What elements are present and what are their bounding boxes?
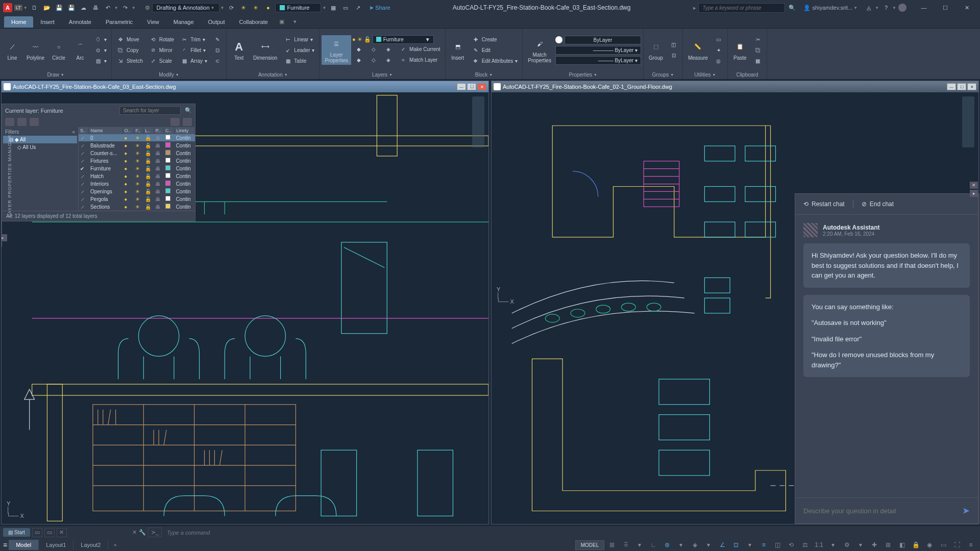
filter-node-all-used[interactable]: ◇ All Us: [3, 143, 77, 151]
iso-toggle-icon[interactable]: ◈: [689, 540, 701, 550]
otrack-toggle-icon[interactable]: ⊡: [730, 540, 742, 550]
qat-sun2-icon[interactable]: ☀: [251, 3, 261, 13]
layer-row[interactable]: ⟋Openings●☀🔓🖶Contin: [79, 188, 195, 195]
restart-chat-button[interactable]: ⟲Restart chat: [803, 201, 845, 208]
qat-saveas-icon[interactable]: 💾: [66, 3, 77, 13]
layer-bulb-icon[interactable]: ●: [352, 36, 356, 42]
snap-toggle-icon[interactable]: ⠿: [620, 540, 632, 550]
doc-max-button[interactable]: ☐: [467, 83, 476, 90]
color-bylayer-dropdown[interactable]: ByLayer: [565, 36, 641, 44]
copy-clip-button[interactable]: ⿻: [751, 45, 765, 55]
lp-tool-freeze-icon[interactable]: [17, 118, 27, 126]
text-button[interactable]: AText: [229, 38, 249, 62]
layout-tab-layout1[interactable]: Layout1: [39, 540, 74, 550]
layer-row[interactable]: ⟋Fixtures●☀🔓🖶Contin: [79, 157, 195, 165]
layout-tab-model[interactable]: Model: [9, 540, 39, 550]
cut-button[interactable]: ✂: [751, 34, 765, 44]
copy-button[interactable]: ⿻Copy: [114, 45, 145, 55]
match-layer-button[interactable]: ≈Match Layer: [397, 55, 440, 65]
layer-tool-1[interactable]: ◆: [352, 44, 365, 55]
autodesk-app-icon[interactable]: ◬: [864, 3, 874, 13]
draw-extra-2[interactable]: ⊙▾: [91, 45, 109, 55]
stretch-button[interactable]: ⇲Stretch: [114, 56, 145, 66]
group-button[interactable]: ⬚Group: [646, 38, 666, 62]
layer-lock-icon[interactable]: 🔓: [364, 36, 371, 43]
tab-view[interactable]: View: [140, 16, 166, 28]
cmd-recent2-icon[interactable]: ▭: [44, 528, 55, 537]
clip-extra[interactable]: ▦: [751, 56, 765, 66]
layer-selector-dropdown[interactable]: Furniture ▼: [373, 35, 434, 44]
layer-search-icon[interactable]: 🔍: [185, 107, 192, 114]
cmd-recent-icon[interactable]: ▭: [32, 528, 42, 537]
tab-parametric[interactable]: Parametric: [99, 16, 140, 28]
sb-dd-5[interactable]: ▾: [827, 540, 839, 550]
annomonitor-icon[interactable]: ✚: [868, 540, 880, 550]
layer-sun-icon[interactable]: ☀: [357, 36, 362, 43]
tab-annotate[interactable]: Annotate: [62, 16, 99, 28]
modify-extra-3[interactable]: ⊂: [211, 56, 224, 66]
chat-close-icon[interactable]: ✕: [970, 182, 978, 189]
model-space-button[interactable]: MODEL: [575, 540, 605, 550]
cleanscreen-icon[interactable]: ⛶: [951, 540, 963, 550]
qat-redo-icon[interactable]: ↷: [120, 3, 131, 13]
statusbar-menu-icon[interactable]: ≡: [3, 541, 7, 549]
layer-quick-dropdown[interactable]: Furniture: [275, 3, 321, 12]
scale-label[interactable]: 1:1: [813, 540, 825, 550]
doc-close-button[interactable]: ✕: [967, 83, 976, 90]
user-account-button[interactable]: 👤 shiyamdev.srit...▼: [803, 5, 858, 11]
scale-button[interactable]: ⤢Scale: [146, 56, 177, 66]
qat-new-icon[interactable]: 🗋: [30, 3, 40, 13]
measure-button[interactable]: 📏Measure: [685, 38, 711, 62]
sb-dd-2[interactable]: ▾: [675, 540, 687, 550]
rotate-button[interactable]: ⟲Rotate: [146, 34, 177, 44]
drawing-canvas-left[interactable]: ✕ ▸ LAYER PROPERTIES MANAGER Current lay…: [2, 92, 488, 524]
line-button[interactable]: ／Line: [2, 38, 22, 62]
lp-tool-settings-icon[interactable]: [183, 118, 192, 126]
help-icon[interactable]: ?: [881, 3, 891, 13]
window-minimize-button[interactable]: —: [914, 2, 934, 14]
block-create-button[interactable]: ✚Create: [469, 34, 521, 44]
tab-output[interactable]: Output: [201, 16, 232, 28]
help-search-input[interactable]: Type a keyword or phrase: [698, 3, 785, 13]
ortho-toggle-icon[interactable]: ∟: [647, 540, 659, 550]
layer-properties-button[interactable]: ☰Layer Properties: [322, 35, 351, 65]
layout-add-button[interactable]: +: [108, 540, 121, 550]
chat-toggle-icon[interactable]: [898, 4, 906, 12]
layer-row[interactable]: ⟋Balustrade●☀🔓🖶Contin: [79, 142, 195, 149]
grid-toggle-icon[interactable]: ⊞: [606, 540, 618, 550]
trim-button[interactable]: ✂Trim ▾: [178, 34, 210, 44]
layer-tool-3[interactable]: ◈: [382, 44, 395, 55]
make-current-button[interactable]: ✓Make Current: [397, 44, 443, 55]
end-chat-button[interactable]: ⊘End chat: [862, 201, 894, 208]
cmd-close-icon[interactable]: ✕: [57, 528, 67, 537]
tab-overflow[interactable]: ▾: [288, 18, 302, 25]
qat-undo-icon[interactable]: ↶: [103, 3, 113, 13]
modify-extra-1[interactable]: ✎: [211, 34, 224, 44]
app-menu-dropdown[interactable]: ▼: [23, 6, 28, 10]
doc-titlebar-left[interactable]: AutoCAD-LT-FY25_Fire-Station-Book-Cafe_0…: [2, 81, 488, 92]
sb-dd-4[interactable]: ▾: [744, 540, 756, 550]
layer-tool-5[interactable]: ◇: [367, 55, 380, 65]
group-extra-2[interactable]: ⊡: [667, 51, 680, 61]
search-icon[interactable]: 🔍: [787, 3, 797, 13]
lp-tool-refresh-icon[interactable]: [170, 118, 180, 126]
table-button[interactable]: ▦Table: [281, 56, 317, 66]
layer-search-input[interactable]: Search for layer: [119, 106, 181, 115]
layer-row[interactable]: ⟋Sections●☀🔓🖶Contin: [79, 203, 195, 211]
start-button[interactable]: ▤ Start: [3, 528, 30, 537]
arc-button[interactable]: ⌒Arc: [70, 38, 90, 62]
palette-side-title[interactable]: ✕ ▸ LAYER PROPERTIES MANAGER: [2, 104, 2, 247]
lock-ui-icon[interactable]: 🔒: [910, 540, 922, 550]
chat-input-field[interactable]: [803, 507, 962, 515]
hardware-accel-icon[interactable]: ▭: [937, 540, 949, 550]
qat-plot-icon[interactable]: 🖶: [91, 3, 101, 13]
layer-row[interactable]: ⟋Hatch●☀🔓🖶Contin: [79, 172, 195, 180]
workspace-gear-icon[interactable]: ⚙: [145, 5, 150, 11]
cycling-toggle-icon[interactable]: ⟲: [785, 540, 797, 550]
layer-filters-tree[interactable]: Filters« ⊟ ◆ All ◇ All Us: [2, 127, 79, 211]
qat-save-icon[interactable]: 💾: [54, 3, 64, 13]
paste-button[interactable]: 📋Paste: [730, 38, 750, 62]
layout-tab-layout2[interactable]: Layout2: [74, 540, 108, 550]
tab-collaborate[interactable]: Collaborate: [232, 16, 275, 28]
leader-button[interactable]: ↙Leader ▾: [281, 45, 317, 55]
